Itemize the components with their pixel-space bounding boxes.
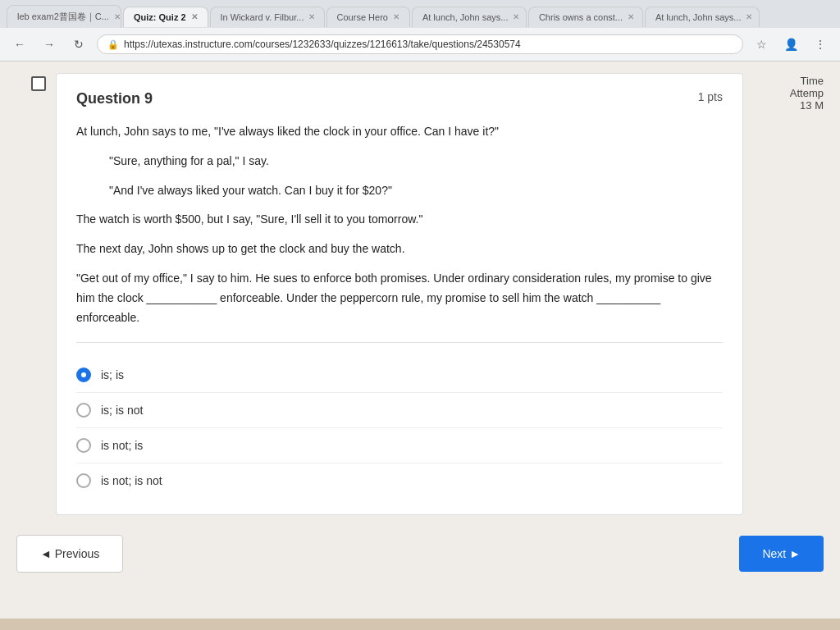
lock-icon: 🔒 (107, 39, 119, 50)
tab-6[interactable]: Chris owns a const... ✕ (528, 7, 643, 27)
profile-button[interactable]: 👤 (779, 33, 802, 56)
radio-2[interactable] (76, 403, 91, 418)
answer-option-1[interactable]: is; is (76, 358, 723, 393)
nav-buttons: ◄ Previous Next ► (0, 522, 840, 586)
radio-1[interactable] (76, 368, 91, 382)
question-points: 1 pts (698, 90, 723, 103)
tab-7[interactable]: At lunch, John says... ✕ (645, 7, 760, 27)
time-remaining: 13 M (761, 99, 824, 112)
answer-label-2: is; is not (101, 404, 143, 417)
tab-2[interactable]: Quiz: Quiz 2 ✕ (123, 7, 208, 27)
scenario-line-3: "And I've always liked your watch. Can I… (109, 181, 723, 201)
question-text: At lunch, John says to me, "I've always … (76, 122, 723, 327)
answer-options: is; is is; is not is not; is is not (76, 358, 723, 498)
tab-1[interactable]: leb exam2普国卷｜C... ✕ (7, 5, 121, 28)
question-header: Question 9 1 pts (76, 90, 723, 107)
scenario-line-2: "Sure, anything for a pal," I say. (109, 152, 723, 171)
tab-close-7[interactable]: ✕ (746, 12, 752, 21)
bookmark-button[interactable]: ☆ (750, 33, 773, 56)
radio-4[interactable] (76, 473, 91, 488)
answer-label-1: is; is (101, 368, 124, 381)
tab-close-2[interactable]: ✕ (191, 12, 198, 21)
page-content: Question 9 1 pts At lunch, John says to … (0, 62, 840, 619)
answer-label-3: is not; is (101, 439, 143, 452)
question-checkbox-col (31, 73, 46, 515)
attempt-label: Attemp (761, 87, 824, 99)
tab-4[interactable]: Course Hero ✕ (326, 7, 410, 27)
browser-chrome: leb exam2普国卷｜C... ✕ Quiz: Quiz 2 ✕ In Wi… (0, 0, 840, 62)
tab-close-1[interactable]: ✕ (114, 12, 121, 21)
tab-3[interactable]: In Wickard v. Filbur... ✕ (210, 7, 325, 27)
time-label: Time (761, 75, 824, 87)
reload-button[interactable]: ↻ (67, 33, 90, 56)
scenario-line-1: At lunch, John says to me, "I've always … (76, 122, 723, 142)
radio-3[interactable] (76, 438, 91, 453)
menu-button[interactable]: ⋮ (809, 33, 832, 56)
scenario-line-4: The watch is worth $500, but I say, "Sur… (76, 210, 723, 230)
answer-divider (76, 342, 723, 343)
tab-close-3[interactable]: ✕ (308, 12, 315, 21)
scenario-line-5: The next day, John shows up to get the c… (76, 240, 723, 259)
question-box: Question 9 1 pts At lunch, John says to … (56, 73, 743, 515)
answer-label-4: is not; is not (101, 474, 162, 487)
forward-button[interactable]: → (38, 33, 61, 56)
address-bar[interactable]: 🔒 https://utexas.instructure.com/courses… (97, 34, 743, 54)
tab-close-6[interactable]: ✕ (628, 12, 634, 21)
next-button[interactable]: Next ► (739, 536, 824, 572)
answer-option-4[interactable]: is not; is not (76, 463, 723, 498)
tab-5[interactable]: At lunch, John says... ✕ (412, 7, 527, 27)
question-checkbox[interactable] (31, 76, 46, 91)
scenario-line-6: "Get out of my office," I say to him. He… (76, 269, 723, 327)
previous-button[interactable]: ◄ Previous (16, 535, 123, 573)
back-button[interactable]: ← (8, 33, 31, 56)
answer-option-3[interactable]: is not; is (76, 428, 723, 463)
tab-close-4[interactable]: ✕ (393, 12, 399, 21)
tab-bar: leb exam2普国卷｜C... ✕ Quiz: Quiz 2 ✕ In Wi… (0, 0, 840, 28)
answer-option-2[interactable]: is; is not (76, 393, 723, 428)
question-title: Question 9 (76, 90, 153, 107)
address-bar-row: ← → ↻ 🔒 https://utexas.instructure.com/c… (0, 28, 840, 61)
tab-close-5[interactable]: ✕ (513, 12, 519, 21)
